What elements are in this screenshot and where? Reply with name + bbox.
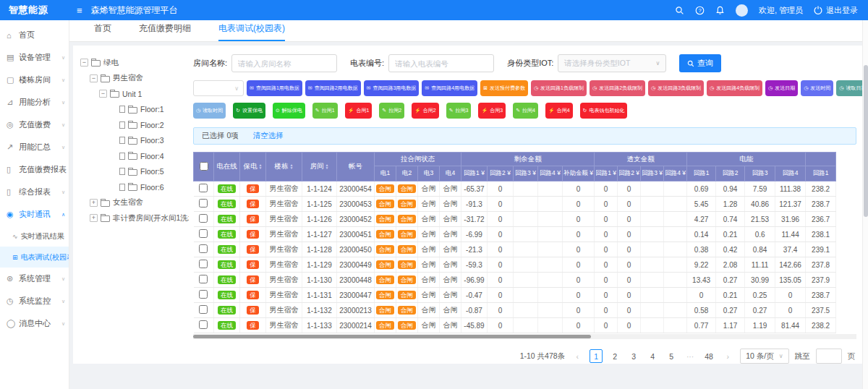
toolbar-button[interactable]: ◷发送回路2负载限制 — [590, 80, 645, 96]
search-icon[interactable] — [675, 6, 684, 15]
tab-recharge-detail[interactable]: 充值缴费明细 — [139, 22, 191, 41]
logout-button[interactable]: 退出登录 — [814, 5, 858, 16]
toolbar-button[interactable]: ✉查阅回路4用电数据 — [422, 80, 477, 96]
menu-collapse-icon[interactable]: ≡ — [77, 5, 82, 16]
toolbar-button[interactable]: ✉查阅回路3用电数据 — [364, 80, 420, 96]
row-checkbox[interactable] — [199, 184, 208, 192]
sidebar-item[interactable]: ▤设备管理∨ — [0, 46, 69, 69]
collapse-toggle-icon[interactable]: − — [80, 59, 88, 67]
tree-node[interactable]: −男生宿舍 — [80, 71, 187, 87]
page-button[interactable]: 1 — [590, 349, 603, 363]
room-name-input[interactable] — [231, 54, 337, 72]
jump-page-input[interactable] — [816, 349, 842, 364]
toolbar-button[interactable]: ✎拉闸1 — [312, 103, 338, 119]
toolbar-button[interactable]: ◷发送回路3负载限制 — [648, 80, 704, 96]
page-size-select[interactable]: 10 条/页∨ — [740, 349, 788, 364]
next-page-button[interactable]: › — [721, 349, 734, 363]
tree-node[interactable]: −绿电 — [80, 55, 187, 71]
sidebar-item[interactable]: ▢楼栋房间∨ — [0, 69, 69, 91]
toolbar-button[interactable]: ✎拉闸2 — [379, 103, 404, 119]
tree-node[interactable]: +女生宿舍 — [80, 195, 187, 211]
vertical-scrollbar-thumb[interactable] — [864, 65, 868, 217]
building-tree: −绿电−男生宿舍−Unit 1Floor:1Floor:2Floor:3Floo… — [73, 46, 189, 364]
sidebar-item[interactable]: ▯综合报表∨ — [0, 181, 69, 203]
row-checkbox[interactable] — [199, 275, 208, 283]
toolbar-select[interactable]: ∨ — [193, 80, 244, 96]
sidebar-item[interactable]: ◎充值缴费∨ — [0, 114, 69, 136]
page-button[interactable]: 3 — [627, 349, 640, 363]
row-checkbox[interactable] — [199, 199, 208, 208]
page-button[interactable]: 48 — [702, 349, 715, 363]
horizontal-scrollbar-thumb[interactable] — [193, 335, 591, 338]
help-icon[interactable]: ? — [695, 6, 705, 15]
toolbar-button[interactable]: ◷发送日期 — [765, 80, 798, 96]
identity-type-select[interactable]: 请选择身份类型IOT ∨ — [558, 54, 666, 72]
page-button[interactable]: 4 — [646, 349, 659, 363]
row-checkbox[interactable] — [199, 260, 208, 268]
sidebar-subitem[interactable]: ⊞电表调试(校园表) — [0, 247, 69, 268]
toolbar-button[interactable]: ✉查阅回路1用电数据 — [247, 80, 302, 96]
tree-node[interactable]: −Unit 1 — [80, 86, 187, 102]
meter-number-input[interactable] — [388, 54, 494, 72]
toolbar-button[interactable]: ⚡合闸1 — [345, 103, 373, 119]
row-select-cell — [194, 242, 214, 257]
query-button[interactable]: 查询 — [679, 54, 721, 72]
tab-meter-debug[interactable]: 电表调试(校园表) — [218, 22, 285, 41]
sidebar-item[interactable]: ⊛系统管理∨ — [0, 268, 69, 290]
avatar[interactable] — [736, 4, 748, 17]
tree-node[interactable]: Floor:2 — [80, 117, 187, 133]
toolbar-button[interactable]: ⊙解除保电 — [273, 103, 305, 119]
sort-icon[interactable]: ▲▼ — [326, 163, 329, 169]
table-cell: 236.7 — [806, 212, 836, 227]
page-button[interactable]: 2 — [608, 349, 621, 363]
row-checkbox[interactable] — [199, 214, 208, 223]
row-select-cell — [194, 181, 214, 197]
toolbar-button[interactable]: ◷发送时间 — [801, 80, 833, 96]
sidebar-item[interactable]: ◯消息中心∨ — [0, 312, 69, 335]
sidebar-item[interactable]: ▯充值缴费报表∨ — [0, 158, 69, 181]
sidebar-item[interactable]: ↗用能汇总∨ — [0, 136, 69, 158]
sort-icon[interactable]: ▲▼ — [259, 163, 263, 169]
select-all-checkbox[interactable] — [200, 162, 208, 171]
row-checkbox[interactable] — [199, 244, 208, 253]
expand-toggle-icon[interactable]: + — [90, 214, 98, 222]
bell-icon[interactable] — [715, 6, 725, 15]
toolbar-button[interactable]: ⚡合闸3 — [478, 103, 506, 119]
tree-node[interactable]: Floor:5 — [80, 164, 187, 180]
sort-icon[interactable]: ▲▼ — [290, 163, 294, 169]
tree-node[interactable]: +非计费房间(开水间1洗水间2) — [80, 210, 187, 226]
sidebar-item[interactable]: ◷系统监控∨ — [0, 290, 69, 312]
toolbar-button[interactable]: ✉查阅回路2用电数据 — [305, 80, 361, 96]
row-checkbox[interactable] — [199, 229, 208, 238]
sidebar-item[interactable]: ⌂首页 — [0, 24, 69, 46]
toolbar-button[interactable]: ◷发送回路1负载限制 — [531, 80, 587, 96]
toolbar-button[interactable]: ◷发送回路4负载限制 — [707, 80, 762, 96]
row-checkbox[interactable] — [199, 320, 208, 329]
sidebar-item[interactable]: ◉实时通讯∧ — [0, 203, 69, 226]
toolbar-button[interactable]: ✎拉闸3 — [446, 103, 472, 119]
sidebar-item[interactable]: ⊿用能分析∨ — [0, 91, 69, 114]
row-checkbox[interactable] — [199, 305, 208, 314]
toolbar-button[interactable]: ✎拉闸4 — [513, 103, 538, 119]
toolbar-button[interactable]: ↻电表钱包初始化 — [580, 103, 628, 119]
sidebar-subitem[interactable]: ∿实时通讯结果 — [0, 226, 69, 247]
row-checkbox[interactable] — [199, 290, 208, 299]
horizontal-scrollbar[interactable] — [193, 334, 856, 339]
toolbar-button[interactable]: ⚡合闸4 — [545, 103, 573, 119]
toolbar-button[interactable]: ⊠发送预付费参数 — [480, 80, 528, 96]
prev-page-button[interactable]: ‹ — [571, 349, 584, 363]
toolbar-button[interactable]: ⚡合闸2 — [412, 103, 439, 119]
tab-home[interactable]: 首页 — [94, 22, 111, 41]
tree-node[interactable]: Floor:6 — [80, 179, 187, 195]
toolbar-button[interactable]: ↻设置保电 — [233, 103, 265, 119]
tree-node[interactable]: Floor:3 — [80, 133, 187, 149]
vertical-scrollbar[interactable] — [862, 20, 868, 389]
page-button[interactable]: 5 — [665, 349, 678, 363]
collapse-toggle-icon[interactable]: − — [90, 74, 98, 82]
expand-toggle-icon[interactable]: + — [90, 199, 98, 207]
toolbar-button[interactable]: ◷读取时间 — [193, 103, 226, 119]
collapse-toggle-icon[interactable]: − — [99, 90, 107, 98]
tree-node[interactable]: Floor:4 — [80, 148, 187, 164]
tree-node[interactable]: Floor:1 — [80, 102, 187, 118]
clear-selection-link[interactable]: 清空选择 — [253, 131, 284, 141]
